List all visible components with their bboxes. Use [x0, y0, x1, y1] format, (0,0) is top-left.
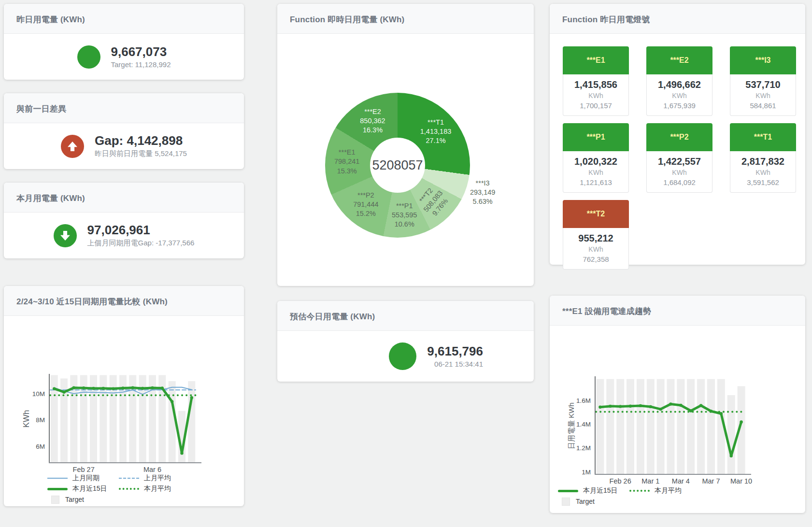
tile-value: 1,415,856 — [563, 78, 628, 91]
legend-item-last-month[interactable]: 上月同期 — [47, 474, 119, 483]
device-tile-e2: ***E2 1,496,662 KWh 1,675,939 — [646, 46, 712, 116]
stat-value: 9,615,796 — [427, 344, 483, 359]
status-circle-icon — [389, 342, 416, 370]
green-line-swatch — [558, 490, 578, 492]
stat-body: 9,667,073 Target: 11,128,992 — [4, 34, 244, 80]
svg-text:1.4M: 1.4M — [576, 421, 591, 428]
green-dotted-swatch — [629, 490, 650, 492]
card-title: 2/24~3/10 近15日同期用電量比較 (KWh) — [4, 286, 244, 316]
stat-text: 97,026,961 上個月同期用電Gap: -17,377,566 — [87, 223, 195, 248]
legend-item-last-month-avg[interactable]: 上月平均 — [119, 474, 171, 483]
stat-subtitle: 昨日與前日用電量 5,524,175 — [95, 149, 187, 158]
blue-dashed-swatch — [119, 478, 139, 479]
tile-value: 955,212 — [563, 232, 628, 244]
svg-text:10M: 10M — [32, 390, 45, 398]
card-realtime-usage-donut: Function 即時日用電量 (KWh) 5208057 ***T11,413… — [277, 4, 534, 286]
device-tile-header: ***P2 — [646, 123, 712, 151]
svg-text:1.2M: 1.2M — [576, 444, 591, 452]
device-tile-header: ***T2 — [563, 200, 629, 228]
device-tile-t1: ***T1 2,817,832 KWh 3,591,562 — [730, 123, 796, 193]
tile-unit: KWh — [730, 91, 796, 100]
card-title: Function 即時日用電量 (KWh) — [277, 4, 534, 34]
legend-item-this-month[interactable]: 本月近15日 — [558, 486, 629, 495]
tile-value: 1,496,662 — [647, 78, 712, 91]
svg-text:Mar 7: Mar 7 — [702, 477, 720, 485]
card-yesterday-lights: Function 昨日用電燈號 ***E1 1,415,856 KWh 1,70… — [550, 4, 805, 265]
target-bar-swatch — [562, 498, 570, 506]
svg-text:8M: 8M — [36, 416, 45, 424]
blue-line-swatch — [47, 478, 68, 479]
device-tile-i3: ***I3 537,710 KWh 584,861 — [730, 46, 796, 116]
svg-text:KWh: KWh — [22, 410, 31, 428]
svg-text:Mar 4: Mar 4 — [672, 477, 690, 485]
card-15day-compare-chart: 2/24~3/10 近15日同期用電量比較 (KWh) 6M8M10MFeb 2… — [4, 286, 244, 506]
stat-value: Gap: 4,142,898 — [95, 134, 187, 148]
trend-legend: 本月近15日 本月平均 Target — [558, 487, 682, 508]
card-month-usage: 本月用電量 (KWh) 97,026,961 上個月同期用電Gap: -17,3… — [4, 183, 244, 258]
legend-label: Target — [576, 498, 595, 505]
legend-label: 本月近15日 — [583, 486, 618, 495]
tile-value: 1,422,557 — [647, 155, 712, 168]
stat-body: 97,026,961 上個月同期用電Gap: -17,377,566 — [4, 213, 244, 258]
card-yesterday-usage: 昨日用電量 (KWh) 9,667,073 Target: 11,128,992 — [4, 4, 244, 80]
stat-value: 9,667,073 — [111, 45, 171, 59]
tile-unit: KWh — [647, 168, 712, 177]
stat-text: Gap: 4,142,898 昨日與前日用電量 5,524,175 — [95, 134, 187, 159]
stat-subtitle: 上個月同期用電Gap: -17,377,566 — [87, 239, 195, 248]
target-bar-swatch — [51, 496, 59, 504]
legend-item-this-month-avg[interactable]: 本月平均 — [629, 486, 682, 495]
device-tile-header: ***E1 — [563, 46, 629, 74]
tile-unit: KWh — [563, 91, 628, 100]
stat-text: 9,615,796 06-21 15:34:41 — [427, 344, 483, 369]
svg-text:Feb 27: Feb 27 — [73, 466, 95, 473]
device-tile-header: ***I3 — [730, 46, 796, 74]
legend-item-target[interactable]: Target — [47, 496, 84, 504]
card-today-forecast: 預估今日用電量 (KWh) 9,615,796 06-21 15:34:41 — [277, 301, 534, 382]
legend-item-this-month[interactable]: 本月近15日 — [47, 484, 119, 493]
legend-label: 本月平均 — [655, 486, 682, 495]
card-title: ***E1 設備用電達成趨勢 — [550, 296, 805, 326]
tile-target: 1,675,939 — [647, 100, 712, 111]
device-tile-e1: ***E1 1,415,856 KWh 1,700,157 — [563, 46, 629, 116]
tile-target: 584,861 — [730, 100, 796, 111]
card-title: 預估今日用電量 (KWh) — [277, 301, 534, 331]
svg-text:Mar 10: Mar 10 — [730, 477, 752, 485]
legend-label: 本月平均 — [144, 484, 171, 493]
card-title: Function 昨日用電燈號 — [550, 4, 805, 34]
device-tile-header: ***E2 — [646, 46, 712, 74]
stat-body: 9,615,796 06-21 15:34:41 — [277, 331, 534, 382]
green-dotted-swatch — [119, 488, 139, 490]
legend-label: 上月平均 — [144, 474, 171, 483]
status-circle-icon — [77, 45, 100, 69]
arrow-up-icon — [61, 135, 84, 158]
tile-unit: KWh — [563, 244, 628, 254]
svg-text:Mar 1: Mar 1 — [641, 477, 659, 485]
tile-unit: KWh — [647, 91, 712, 100]
svg-text:6M: 6M — [36, 443, 45, 450]
device-tile-header: ***T1 — [730, 123, 796, 151]
e1-trend-chart: 1M1.2M1.4M1.6MFeb 26Mar 1Mar 4Mar 7Mar 1… — [550, 326, 805, 513]
tile-target: 1,121,613 — [563, 177, 628, 187]
legend-item-target[interactable]: Target — [558, 498, 595, 506]
svg-text:Feb 26: Feb 26 — [610, 477, 631, 485]
stat-text: 9,667,073 Target: 11,128,992 — [111, 45, 171, 69]
device-tile-header: ***P1 — [563, 123, 629, 151]
stat-subtitle: Target: 11,128,992 — [111, 60, 171, 69]
card-title: 昨日用電量 (KWh) — [4, 4, 244, 34]
tile-unit: KWh — [563, 168, 628, 177]
legend-item-this-month-avg[interactable]: 本月平均 — [119, 484, 171, 493]
tile-target: 1,684,092 — [647, 177, 712, 187]
device-tile-p1: ***P1 1,020,322 KWh 1,121,613 — [563, 123, 629, 193]
donut-center: 5208057 — [370, 138, 425, 193]
card-e1-trend-chart: ***E1 設備用電達成趨勢 1M1.2M1.4M1.6MFeb 26Mar 1… — [550, 296, 805, 513]
legend-label: 上月同期 — [72, 474, 100, 483]
arrow-down-icon — [54, 224, 77, 247]
tile-value: 537,710 — [730, 78, 796, 91]
legend-label: 本月近15日 — [72, 484, 107, 493]
stat-value: 97,026,961 — [87, 223, 195, 238]
device-tile-t2: ***T2 955,212 KWh 762,358 — [563, 200, 629, 270]
tile-unit: KWh — [730, 168, 796, 177]
svg-text:1.6M: 1.6M — [576, 397, 591, 404]
legend-label: Target — [65, 496, 84, 503]
svg-text:日用電量 KWh: 日用電量 KWh — [567, 402, 575, 449]
